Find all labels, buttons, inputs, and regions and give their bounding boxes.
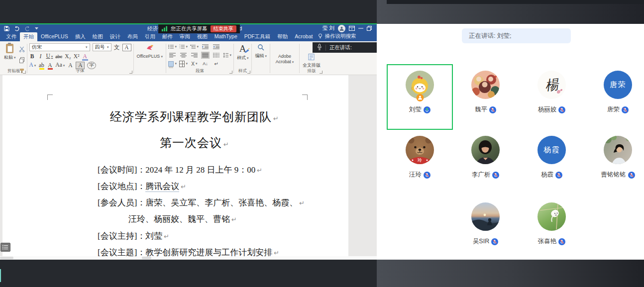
align-right-icon[interactable] — [190, 52, 199, 59]
full-text-layout-button[interactable]: 全文排版 — [302, 53, 322, 69]
group-styles: A 样式 样式 — [234, 42, 252, 75]
bold-button[interactable]: B — [29, 53, 35, 60]
justify-icon[interactable] — [201, 52, 210, 59]
tab-acrobat[interactable]: Acrobat — [291, 32, 316, 41]
clipboard-dialog-launcher[interactable] — [23, 71, 26, 74]
account-avatar[interactable] — [338, 25, 345, 32]
participant-tile-weiping[interactable]: 魏平 — [452, 64, 519, 130]
tab-mathtype[interactable]: MathType — [211, 32, 241, 41]
tab-review[interactable]: 审阅 — [176, 32, 194, 41]
tab-insert[interactable]: 插入 — [72, 32, 89, 41]
scrollbar-thumb[interactable] — [0, 257, 13, 259]
tab-view[interactable]: 视图 — [194, 32, 211, 41]
participant-tile-tangrong[interactable]: 唐荣 唐荣 — [585, 64, 644, 130]
officeplus-bird-icon — [145, 44, 154, 53]
align-left-icon[interactable] — [168, 52, 177, 59]
participant-tile-wusir[interactable]: 吴SIR — [452, 196, 519, 262]
meeting-link-text: 腾讯会议 — [145, 182, 179, 192]
subscript-button[interactable]: X₂ — [65, 53, 71, 60]
host-badge-icon — [416, 94, 424, 101]
font-name-input[interactable]: 仿宋 — [29, 43, 90, 51]
strikethrough-button[interactable]: abc — [55, 53, 62, 60]
bullet-list-icon[interactable] — [168, 43, 177, 50]
restore-button[interactable] — [367, 26, 372, 31]
doc-body-line: 汪玲、杨丽姣、魏平、曹铭↵ — [128, 213, 237, 225]
search-icon — [257, 44, 264, 52]
scrollbar-thumb[interactable] — [142, 257, 151, 259]
ribbon-display-options-icon[interactable] — [349, 26, 355, 31]
avatar — [604, 136, 632, 164]
participant-tile-yangxia[interactable]: 杨霞 杨霞 — [519, 129, 585, 195]
font-size-input[interactable]: 四号 — [93, 43, 111, 51]
tab-layout[interactable]: 布局 — [124, 32, 141, 41]
participant-tile-yanglijiao[interactable]: 楊 杨丽姣 — [519, 64, 585, 130]
screen-share-indicator: 您正在共享屏幕 结束共享 — [158, 24, 240, 33]
paragraph-dialog-launcher[interactable] — [229, 71, 232, 74]
stop-share-button[interactable]: 结束共享 — [211, 25, 236, 32]
styles-dialog-launcher[interactable] — [247, 71, 250, 74]
distributed-icon[interactable] — [212, 52, 220, 59]
participant-tile-caoming[interactable]: 曹铭铭铭 — [585, 129, 644, 195]
asian-layout-icon[interactable]: X — [190, 60, 199, 67]
officeplus-button[interactable]: OfficePLUS — [136, 43, 164, 69]
tab-design[interactable]: 设计 — [107, 32, 124, 41]
word-window: 经济学 您正在共享屏幕 结束共享 - Word 莹 刘 文件 开始 Office… — [0, 23, 377, 260]
participant-tile-zhangxiyan[interactable]: 张喜艳 — [519, 196, 585, 262]
participant-name: 张喜艳 — [538, 237, 557, 246]
increase-indent-icon[interactable] — [212, 43, 220, 50]
tell-me-search[interactable]: 操作说明搜索 — [318, 33, 356, 41]
participant-tile-wangling[interactable]: 玲 汪玲 — [387, 129, 453, 195]
paste-button[interactable]: 粘贴 — [3, 43, 17, 69]
styles-button[interactable]: A 样式 — [236, 43, 250, 69]
editing-button[interactable]: 编辑 — [254, 43, 268, 69]
document-canvas: 经济学系列课程教学创新团队↵ 第一次会议↵ [会议时间]：2024 年 12 月… — [0, 75, 377, 260]
line-spacing-icon[interactable] — [223, 52, 231, 59]
character-border-icon[interactable]: A — [122, 44, 131, 51]
group-paragraph: X A↓ ↵ 段落 — [166, 42, 233, 75]
tab-draw[interactable]: 绘图 — [89, 32, 107, 41]
align-center-icon[interactable] — [179, 52, 188, 59]
floating-annotation-tool-icon[interactable] — [0, 243, 10, 252]
superscript-button[interactable]: X² — [74, 53, 80, 60]
multilevel-list-icon[interactable] — [190, 43, 199, 50]
participant-tile-liguangxi[interactable]: 李广析 — [452, 129, 519, 195]
mic-muted-icon — [492, 172, 499, 179]
participant-name: 汪玲 — [409, 171, 422, 179]
redo-icon[interactable] — [24, 26, 30, 31]
cut-icon[interactable] — [19, 45, 25, 54]
tab-help[interactable]: 帮助 — [274, 32, 291, 41]
tab-file[interactable]: 文件 — [2, 32, 20, 41]
tab-home[interactable]: 开始 — [20, 32, 37, 41]
minimize-button[interactable] — [358, 26, 363, 31]
numbered-list-icon[interactable] — [179, 43, 188, 50]
phonetic-guide-icon[interactable]: 文 — [114, 44, 120, 51]
tab-references[interactable]: 引用 — [141, 32, 159, 41]
shading-icon[interactable] — [168, 60, 177, 67]
italic-button[interactable]: I — [38, 53, 44, 60]
copy-icon[interactable] — [19, 56, 25, 65]
decrease-indent-icon[interactable] — [201, 43, 210, 50]
undo-icon[interactable] — [14, 26, 20, 31]
qat-customize-icon[interactable] — [35, 27, 38, 30]
horizontal-scrollbar[interactable] — [0, 256, 377, 260]
tab-mailings[interactable]: 邮件 — [159, 32, 176, 41]
adobe-acrobat-button[interactable]: Adobe Acrobat — [272, 53, 297, 69]
participant-tile-liuying[interactable]: 刘莹 — [387, 64, 453, 130]
meeting-panel: 正在讲话: 刘莹; — [377, 0, 644, 287]
typeset-dialog-launcher[interactable] — [320, 71, 322, 74]
mic-on-icon — [424, 106, 430, 113]
show-marks-icon[interactable]: ↵ — [212, 60, 220, 67]
font-dialog-launcher[interactable] — [129, 71, 132, 74]
group-font: 仿宋 四号 文 A B I U abc X₂ X² A — [27, 42, 133, 75]
clear-formatting-button[interactable]: A — [82, 53, 88, 60]
borders-icon[interactable] — [179, 60, 188, 67]
underline-button[interactable]: U — [46, 53, 53, 60]
document-page[interactable]: 经济学系列课程教学创新团队↵ 第一次会议↵ [会议时间]：2024 年 12 月… — [2, 75, 348, 256]
lightbulb-icon — [318, 33, 322, 39]
sort-icon[interactable]: A↓ — [201, 60, 210, 67]
speaking-overlay: 正在讲话: — [313, 42, 377, 53]
save-icon[interactable] — [4, 26, 9, 31]
tab-officeplus[interactable]: OfficePLUS — [37, 32, 72, 41]
ribbon-tab-bar: 文件 开始 OfficePLUS 插入 绘图 设计 布局 引用 邮件 审阅 视图… — [0, 32, 377, 41]
tab-pdf-tools[interactable]: PDF工具箱 — [241, 32, 274, 41]
